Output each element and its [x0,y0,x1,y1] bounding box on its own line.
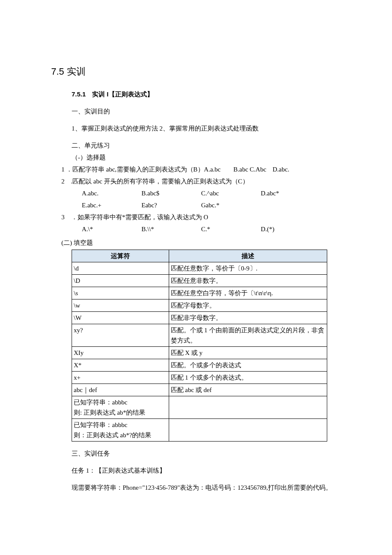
table-row: \D匹配任意非数字。 [72,275,327,287]
q2-opt-g: Gabc.* [201,200,261,210]
cell-description [169,396,327,419]
cell-operator: 已知字符串：abbbc 则: 正则表达式 ab*的结果 [72,396,169,419]
table-row: x+匹配 1 个或多个的表达式。 [72,372,327,384]
cell-operator: \w [72,299,169,312]
q2-options-row2: E.abc.+ Eabc? Gabc.* [82,200,349,210]
table-row: xy?匹配。个或 1 个由前面的正则表达式定义的片段，非贪婪方式。 [72,324,327,347]
exercise-heading: 二、单元练习 [72,140,349,151]
cell-operator: xy? [72,324,169,347]
question-3: 3 ．如果字符串中有*需要匹配，该输入表达式为 O [61,212,349,222]
table-row: abc｜def匹配 abc 或 def [72,384,327,396]
table-row: 已知字符串：abbbc 则: 正则表达式 ab*的结果 [72,396,327,419]
cell-operator: \W [72,312,169,324]
task-text: 现需要将字符串：Phone="123·456-789"表达为：电话号码：1234… [72,482,349,493]
table-row: XIy匹配 X 或 y [72,347,327,359]
table-header-row: 运算符 描述 [72,250,327,262]
mc-heading: （-）选择题 [72,152,349,163]
regex-table: 运算符 描述 \d匹配任意数字，等价于〔0-9〕.\D匹配任意非数字。\s匹配任… [72,250,327,442]
table-row: X*匹配。个或多个的表达式 [72,359,327,372]
table-row: \s匹配任意空白字符，等价于〔\t\n\r\η. [72,287,327,299]
q2-opt-d: D.abc* [261,188,320,198]
q3-options-row1: A.\* B.\\* C.* D.(*) [82,224,349,234]
task-heading: 三、实训任务 [72,448,349,459]
cell-operator: \s [72,287,169,299]
q2-opt-f: Eabc? [141,200,201,210]
cell-description: 匹配。个或多个的表达式 [169,359,327,372]
section-title: 7.5 实训 [51,64,349,79]
task-label: 任务 1：【正则表达式基本训练】 [72,465,349,476]
cell-description: 匹配 1 个或多个的表达式。 [169,372,327,384]
q2-opt-c: C.^abc [201,188,261,198]
table-row: \d匹配任意数字，等价于〔0-9〕. [72,262,327,275]
q2-opt-a: A.abc. [82,188,141,198]
cell-description: 匹配字母数字。 [169,299,327,312]
q3-opt-d: D.(*) [261,224,320,234]
cell-operator: x+ [72,372,169,384]
th-operator: 运算符 [72,250,169,262]
q2-options-row1: A.abc. B.abc$ C.^abc D.abc* [82,188,349,198]
table-row: 已知字符串：abbbc 则：正则表达式 ab*?的结果 [72,419,327,442]
subsection-title: 7.5.1 实训 I【正则表达式】 [72,89,349,99]
cell-description: 匹配任意非数字。 [169,275,327,287]
cell-description: 匹配。个或 1 个由前面的正则表达式定义的片段，非贪婪方式。 [169,324,327,347]
fill-heading: (二) 填空题 [61,238,349,248]
purpose-heading: 一、实训目的 [72,106,349,116]
cell-description: 匹配任意数字，等价于〔0-9〕. [169,262,327,275]
question-2: 2 .匹配以 abc 开头的所有字符串，需要输入的正则表达式为（C） [61,176,349,186]
q2-opt-b: B.abc$ [141,188,201,198]
q3-opt-c: C.* [201,224,261,234]
cell-description: 匹配 abc 或 def [169,384,327,396]
q2-opt-e: E.abc.+ [82,200,141,210]
cell-description [169,419,327,442]
cell-operator: 已知字符串：abbbc 则：正则表达式 ab*?的结果 [72,419,169,442]
purpose-text: 1、掌握正则表达式的使用方法 2、掌握常用的正则表达式处理函数 [72,123,349,134]
cell-description: 匹配任意空白字符，等价于〔\t\n\r\η. [169,287,327,299]
q2-opt-h [261,200,320,210]
cell-operator: X* [72,359,169,372]
th-description: 描述 [169,250,327,262]
cell-description: 匹配 X 或 y [169,347,327,359]
table-row: \W匹配非字母数字。 [72,312,327,324]
cell-operator: \d [72,262,169,275]
table-row: \w匹配字母数字。 [72,299,327,312]
cell-operator: XIy [72,347,169,359]
q3-opt-b: B.\\* [141,224,201,234]
cell-operator: \D [72,275,169,287]
cell-operator: abc｜def [72,384,169,396]
question-1: 1 ．匹配字符串 abc,需要输入的正则表达式为（B）A.a.bc B.abc … [61,164,349,174]
cell-description: 匹配非字母数字。 [169,312,327,324]
q3-opt-a: A.\* [82,224,141,234]
